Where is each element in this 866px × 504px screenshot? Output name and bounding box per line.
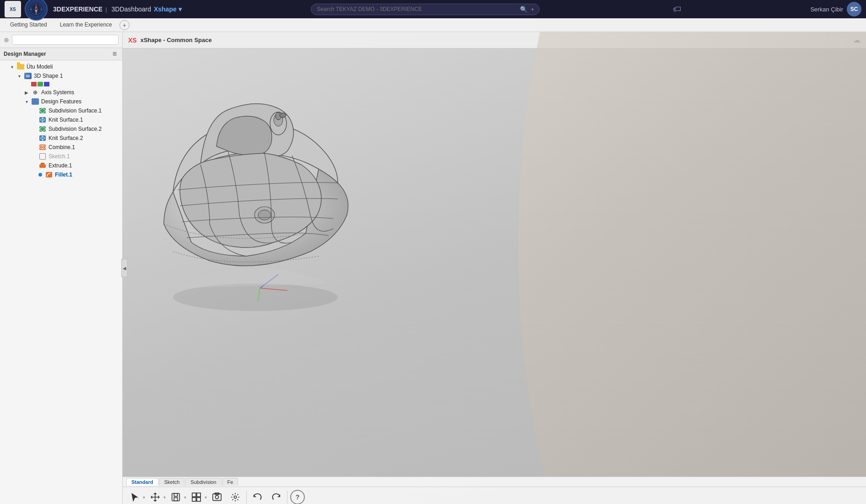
root-folder-icon [16, 63, 25, 70]
undo-tool-button[interactable] [249, 489, 266, 504]
knit-1-icon [38, 116, 47, 123]
tree-item-knit-1[interactable]: Knit Surface.1 [0, 115, 122, 124]
title-separator: | [105, 6, 107, 13]
tree-item-subdivision-1[interactable]: Subdivision Surface.1 [0, 106, 122, 115]
shape-toggle[interactable]: ▾ [16, 73, 22, 79]
tab-fe[interactable]: Fe [222, 478, 238, 486]
tree-item-design-features[interactable]: ▾ Design Features [0, 97, 122, 106]
svg-marker-17 [40, 163, 45, 164]
capture-tool-button[interactable] [209, 489, 225, 504]
app-dropdown-arrow: ▾ [179, 5, 182, 13]
z-axis-icon [44, 82, 49, 86]
sidebar-header: ⊕ [0, 32, 122, 48]
svg-rect-32 [174, 493, 177, 496]
sidebar-expand-icon: ⊕ [4, 36, 9, 43]
redo-tool-button[interactable] [268, 489, 284, 504]
svg-rect-31 [172, 493, 180, 501]
search-bar: 🔍 ▾ [311, 4, 540, 15]
design-toggle[interactable]: ▾ [24, 99, 29, 104]
subdivision-1-icon [38, 107, 47, 114]
knit-2-label: Knit Surface.2 [49, 135, 119, 141]
compass-button[interactable]: N S W E [25, 0, 48, 21]
tab-getting-started[interactable]: Getting Started [5, 18, 53, 32]
toolbar-separator-2 [287, 491, 287, 504]
top-nav-bar: XS N S W E 3DEXPERIENCE | 3DDashboard Xs… [0, 0, 866, 18]
svg-rect-16 [39, 164, 46, 168]
transform-tool-button[interactable] [188, 489, 205, 504]
svg-text:S: S [36, 13, 37, 15]
select-dropdown-arrow[interactable]: ▾ [143, 495, 145, 500]
knit-1-label: Knit Surface.1 [49, 117, 119, 123]
tab-subdivision[interactable]: Subdivision [185, 478, 221, 486]
shape-label: 3D Shape 1 [34, 73, 119, 79]
svg-rect-33 [174, 498, 177, 501]
svg-point-28 [173, 284, 338, 311]
save-tool-button[interactable] [168, 489, 184, 504]
sidebar-search-input[interactable] [12, 35, 119, 45]
user-avatar[interactable]: SC [847, 2, 861, 16]
axis-systems-icon: ⊕ [31, 89, 39, 96]
search-dropdown-button[interactable]: ▾ [531, 7, 534, 12]
tree-item-axis-systems[interactable]: ▶ ⊕ Axis Systems [0, 88, 122, 97]
xshape-app-button[interactable]: Xshape ▾ [154, 5, 182, 13]
tree-item-knit-2[interactable]: Knit Surface.2 [0, 134, 122, 143]
extrude-icon [38, 162, 47, 169]
svg-rect-13 [39, 145, 46, 150]
move-dropdown-arrow[interactable]: ▾ [163, 495, 166, 500]
save-dropdown-arrow[interactable]: ▾ [184, 495, 186, 500]
bottom-toolbar: Standard Sketch Subdivision Fe ▾ [123, 477, 866, 504]
svg-rect-7 [39, 108, 46, 113]
extrude-label: Extrude.1 [49, 162, 119, 169]
person-overlay [480, 32, 866, 504]
root-toggle[interactable]: ▾ [9, 64, 15, 70]
axis-icon-wrapper [31, 82, 49, 86]
axis-toggle[interactable]: ▶ [24, 90, 29, 95]
second-bar: Getting Started Learn the Experience + [0, 18, 866, 32]
sidebar-collapse-button[interactable]: ◀ [121, 259, 128, 277]
tree-item-axis-icons [0, 80, 122, 88]
tree-item-extrude[interactable]: Extrude.1 [0, 161, 122, 170]
fillet-label: Fillet.1 [55, 172, 119, 178]
viewport[interactable]: XS xShape - Common Space ☁ [123, 32, 866, 504]
transform-dropdown-arrow[interactable]: ▾ [205, 495, 207, 500]
tab-learn-experience[interactable]: Learn the Experience [54, 18, 118, 32]
svg-rect-34 [192, 493, 196, 497]
active-marker [38, 173, 42, 177]
search-input[interactable] [317, 6, 516, 12]
app-title-dashboard: 3DDashboard [112, 5, 151, 13]
subdivision-1-label: Subdivision Surface.1 [49, 107, 119, 114]
iron-model-area [136, 50, 374, 334]
settings-tool-button[interactable] [227, 489, 244, 504]
tree-item-fillet[interactable]: Fillet.1 [0, 170, 122, 179]
tab-standard[interactable]: Standard [126, 478, 158, 486]
svg-rect-10 [39, 126, 46, 132]
tag-icon: 🏷 [673, 5, 681, 14]
tree-item-sketch[interactable]: Sketch.1 [0, 152, 122, 161]
root-label: Ütu Modeli [27, 64, 119, 70]
tree-item-3dshape[interactable]: ▾ 3D 3D Shape 1 [0, 71, 122, 80]
compass-inner: N S W E [29, 2, 43, 16]
app-title-area: 3DEXPERIENCE | 3DDashboard Xshape ▾ [51, 5, 182, 13]
svg-rect-36 [192, 498, 196, 501]
axis-systems-label: Axis Systems [41, 89, 119, 96]
search-button[interactable]: 🔍 [520, 6, 528, 13]
main-area: ⊕ Design Manager ≡ ▾ Ütu Modeli ▾ 3D [0, 32, 866, 504]
app-logo[interactable]: XS [5, 1, 21, 17]
help-tool-button[interactable]: ? [290, 490, 305, 504]
design-manager-label: Design Manager [4, 51, 46, 57]
xs-logo-small: XS [128, 37, 137, 44]
tree-item-root[interactable]: ▾ Ütu Modeli [0, 62, 122, 71]
select-tool-button[interactable] [126, 489, 143, 504]
tree-item-subdivision-2[interactable]: Subdivision Surface.2 [0, 124, 122, 134]
tab-sketch[interactable]: Sketch [159, 478, 185, 486]
add-tab-button[interactable]: + [119, 20, 130, 30]
subdivision-2-label: Subdivision Surface.2 [49, 126, 119, 132]
x-axis-icon [31, 82, 37, 86]
svg-point-24 [258, 210, 271, 220]
user-name: Serkan Çibir [810, 6, 843, 13]
tree-item-combine[interactable]: Combine.1 [0, 143, 122, 152]
move-tool-button[interactable] [147, 489, 163, 504]
design-manager-menu-button[interactable]: ≡ [111, 50, 119, 58]
toolbar-tabs: Standard Sketch Subdivision Fe [123, 477, 866, 487]
user-area: Serkan Çibir SC [810, 2, 861, 16]
